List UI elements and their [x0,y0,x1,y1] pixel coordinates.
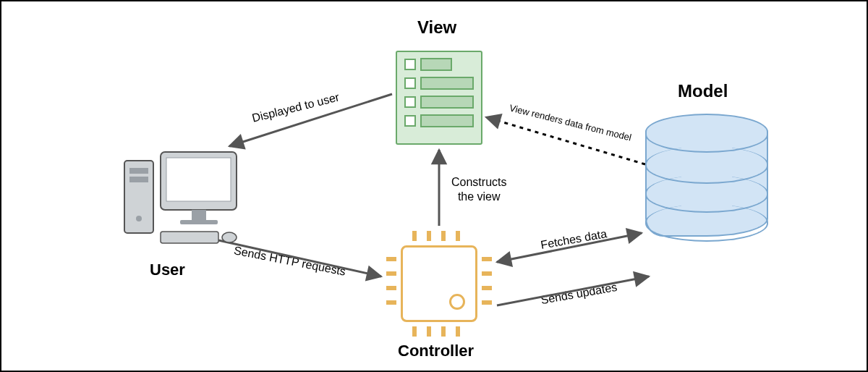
view-row [404,114,474,127]
view-icon [396,51,482,145]
svg-line-5 [486,117,645,164]
svg-rect-13 [180,220,218,224]
svg-line-4 [497,276,649,305]
svg-line-3 [497,233,642,262]
svg-rect-8 [129,177,148,182]
computer-icon [121,146,244,255]
view-row [404,58,474,71]
svg-rect-14 [161,232,218,243]
database-icon [645,114,768,237]
view-row [404,96,474,109]
svg-rect-11 [166,158,231,201]
svg-rect-12 [192,210,206,220]
svg-rect-7 [129,168,148,174]
svg-point-9 [136,216,142,221]
svg-line-0 [229,94,392,146]
view-row [404,77,474,90]
diagram-frame: View Model Controller User Displayed to … [0,0,868,372]
svg-point-15 [222,232,237,242]
cpu-chip-icon [385,229,493,338]
